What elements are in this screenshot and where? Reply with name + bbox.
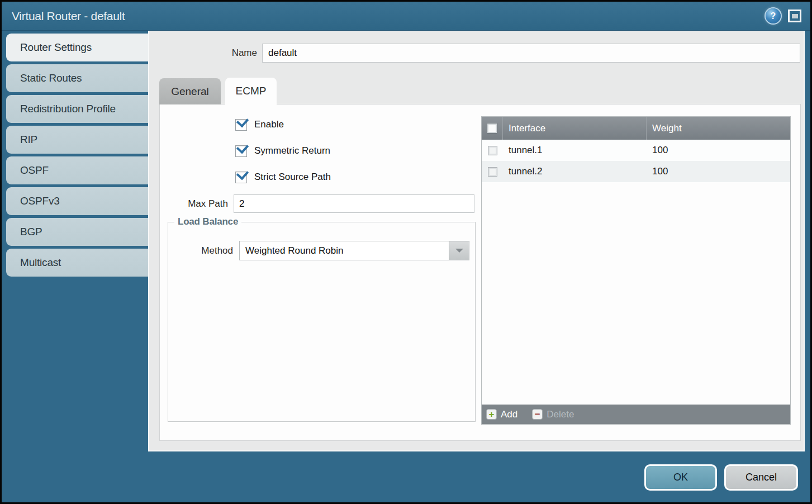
ok-button[interactable]: OK: [644, 464, 717, 491]
tab-general[interactable]: General: [159, 78, 221, 104]
table-footer: + Add − Delete: [482, 405, 790, 424]
ecmp-tab-panel: Enable Symmetric Return Strict Source Pa…: [159, 104, 801, 441]
table-row[interactable]: tunnel.1 100: [482, 140, 790, 161]
sidebar-item-multicast[interactable]: Multicast: [6, 249, 150, 277]
chevron-down-icon[interactable]: [449, 241, 469, 260]
sidebar-item-router-settings[interactable]: Router Settings: [6, 34, 150, 61]
row-checkbox-cell: [482, 161, 503, 182]
tab-bar: General ECMP: [159, 78, 277, 104]
column-weight: Weight: [647, 117, 790, 140]
enable-checkbox[interactable]: Enable: [235, 118, 284, 131]
max-path-input[interactable]: [234, 194, 474, 213]
sidebar-item-static-routes[interactable]: Static Routes: [6, 64, 150, 92]
weight-cell: 100: [647, 140, 790, 161]
sidebar-item-rip[interactable]: RIP: [6, 126, 150, 154]
method-dropdown[interactable]: Weighted Round Robin: [239, 241, 469, 260]
method-row: Method Weighted Round Robin: [168, 241, 475, 260]
checkbox-icon[interactable]: [235, 172, 247, 183]
table-row[interactable]: tunnel.2 100: [482, 161, 790, 182]
symmetric-return-checkbox[interactable]: Symmetric Return: [235, 144, 330, 158]
help-icon[interactable]: ?: [766, 8, 781, 23]
row-checkbox-cell: [482, 140, 503, 161]
checkbox-icon[interactable]: [235, 119, 247, 131]
tab-ecmp[interactable]: ECMP: [225, 78, 277, 104]
column-interface: Interface: [503, 117, 647, 140]
sidebar: Router Settings Static Routes Redistribu…: [6, 34, 150, 279]
sidebar-item-ospfv3[interactable]: OSPFv3: [6, 187, 150, 215]
minus-icon: −: [532, 409, 543, 420]
content-panel: Name General ECMP Enable Symmetric Retur…: [148, 31, 805, 451]
strict-source-path-checkbox[interactable]: Strict Source Path: [235, 170, 331, 184]
titlebar-icons: ?: [766, 8, 801, 23]
window-restore-icon[interactable]: [788, 9, 801, 22]
row-checkbox[interactable]: [488, 167, 497, 177]
row-checkbox[interactable]: [488, 146, 497, 155]
strict-source-path-label: Strict Source Path: [254, 172, 331, 183]
name-label: Name: [149, 44, 257, 63]
header-checkbox-cell: [482, 117, 503, 140]
method-label: Method: [168, 241, 233, 260]
method-value: Weighted Round Robin: [240, 241, 449, 260]
cancel-button[interactable]: Cancel: [724, 464, 798, 491]
sidebar-item-redistribution-profile[interactable]: Redistribution Profile: [6, 95, 150, 123]
load-balance-group: Load Balance Method Weighted Round Robin: [168, 216, 476, 422]
add-label: Add: [501, 409, 517, 420]
symmetric-return-label: Symmetric Return: [254, 145, 330, 156]
dialog-title: Virtual Router - default: [12, 9, 125, 23]
delete-button[interactable]: − Delete: [532, 409, 574, 420]
add-button[interactable]: + Add: [486, 409, 517, 420]
checkbox-icon[interactable]: [235, 145, 247, 157]
load-balance-legend: Load Balance: [174, 216, 241, 227]
table-header: Interface Weight: [482, 117, 790, 140]
plus-icon: +: [486, 409, 497, 420]
delete-label: Delete: [547, 409, 574, 420]
sidebar-item-ospf[interactable]: OSPF: [6, 156, 150, 184]
enable-label: Enable: [254, 119, 284, 130]
sidebar-item-bgp[interactable]: BGP: [6, 218, 150, 246]
weight-cell: 100: [647, 161, 790, 182]
name-input[interactable]: [262, 44, 800, 63]
select-all-checkbox[interactable]: [487, 123, 497, 134]
interface-table: Interface Weight tunnel.1 100 tunnel.2 1…: [481, 116, 791, 425]
table-empty-area: [482, 182, 790, 405]
title-bar: Virtual Router - default ?: [2, 2, 810, 31]
name-row: Name: [149, 44, 800, 63]
interface-cell: tunnel.2: [503, 161, 647, 182]
max-path-label: Max Path: [160, 194, 228, 213]
virtual-router-dialog: Virtual Router - default ? Router Settin…: [0, 0, 812, 504]
interface-cell: tunnel.1: [503, 140, 647, 161]
